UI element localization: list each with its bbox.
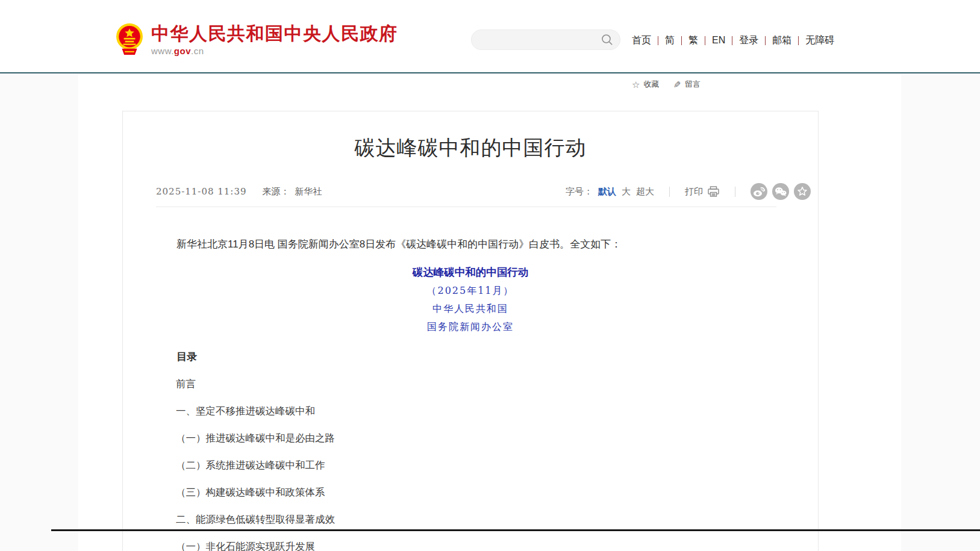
page-left-margin <box>0 74 78 551</box>
site-url: www.gov.cn <box>151 46 398 56</box>
site-title: 中华人民共和国中央人民政府 <box>151 23 398 43</box>
article-body: 新华社北京11月8日电 国务院新闻办公室8日发布《碳达峰碳中和的中国行动》白皮书… <box>123 236 818 551</box>
font-size-label: 字号： <box>566 186 593 198</box>
site-header: 中华人民共和国中央人民政府 www.gov.cn 首页 简 繁 EN 登录 邮箱 <box>0 0 980 73</box>
toc-item: （三）构建碳达峰碳中和政策体系 <box>156 486 785 499</box>
article-title: 碳达峰碳中和的中国行动 <box>156 134 785 162</box>
article-meta-right: 字号： 默认 大 超大 打印 <box>566 183 811 200</box>
document-office-line: 国务院新闻办公室 <box>156 321 785 334</box>
source-label: 来源： <box>262 186 289 197</box>
toc-item: 前言 <box>156 378 785 391</box>
weibo-share-icon[interactable] <box>751 183 767 200</box>
page-right-margin <box>901 74 980 551</box>
star-icon: ☆ <box>632 80 640 89</box>
nav-login[interactable]: 登录 <box>732 34 765 47</box>
search-input[interactable] <box>472 30 620 49</box>
pencil-icon: ✎ <box>673 80 681 89</box>
font-size-xlarge[interactable]: 超大 <box>636 186 654 198</box>
share-icons <box>751 183 811 200</box>
nav-home[interactable]: 首页 <box>625 34 658 47</box>
nav-english[interactable]: EN <box>705 35 732 46</box>
font-size-large[interactable]: 大 <box>622 186 631 198</box>
article-meta-row: 2025-11-08 11:39 来源：新华社 字号： 默认 大 超大 打印 <box>156 183 811 200</box>
site-logo[interactable]: 中华人民共和国中央人民政府 www.gov.cn <box>116 23 398 57</box>
favorite-label: 收藏 <box>643 79 659 90</box>
meta-separator <box>669 187 670 197</box>
toc-item: （二）系统推进碳达峰碳中和工作 <box>156 459 785 472</box>
national-emblem-icon <box>116 23 143 57</box>
article-container: 碳达峰碳中和的中国行动 2025-11-08 11:39 来源：新华社 字号： … <box>122 111 819 551</box>
document-country-line: 中华人民共和国 <box>156 303 785 316</box>
search-icon[interactable] <box>601 34 613 46</box>
print-button[interactable]: 打印 <box>685 186 720 198</box>
nav-mail[interactable]: 邮箱 <box>766 34 798 47</box>
toc-item: （一）非化石能源实现跃升发展 <box>156 540 785 551</box>
toc-item: 一、坚定不移推进碳达峰碳中和 <box>156 405 785 418</box>
nav-accessibility[interactable]: 无障碍 <box>799 34 841 47</box>
star-share-icon[interactable] <box>794 183 811 200</box>
search-box <box>471 30 620 50</box>
nav-traditional[interactable]: 繁 <box>682 34 705 47</box>
toc-item: 二、能源绿色低碳转型取得显著成效 <box>156 513 785 526</box>
meta-divider <box>156 207 776 207</box>
source: 来源：新华社 <box>262 186 322 198</box>
wechat-share-icon[interactable] <box>772 183 789 200</box>
message-label: 留言 <box>685 79 701 90</box>
document-title: 碳达峰碳中和的中国行动 <box>156 265 785 279</box>
brand-text: 中华人民共和国中央人民政府 www.gov.cn <box>151 23 398 56</box>
toc-heading: 目录 <box>156 350 785 364</box>
print-label: 打印 <box>685 186 703 198</box>
top-nav: 首页 简 繁 EN 登录 邮箱 无障碍 <box>625 33 841 48</box>
meta-separator <box>735 187 735 197</box>
favorite-button[interactable]: ☆ 收藏 <box>632 79 659 90</box>
toc-item: （一）推进碳达峰碳中和是必由之路 <box>156 432 785 445</box>
message-button[interactable]: ✎ 留言 <box>673 79 701 90</box>
header-divider <box>0 72 980 73</box>
url-www: www. <box>151 46 174 56</box>
page: 中华人民共和国中央人民政府 www.gov.cn 首页 简 繁 EN 登录 邮箱 <box>0 0 980 551</box>
url-gov: gov <box>174 46 191 56</box>
font-size-default[interactable]: 默认 <box>598 186 616 198</box>
viewport-bottom-edge <box>51 529 980 531</box>
lead-paragraph: 新华社北京11月8日电 国务院新闻办公室8日发布《碳达峰碳中和的中国行动》白皮书… <box>156 236 785 253</box>
printer-icon <box>707 186 720 198</box>
quick-actions: ☆ 收藏 ✎ 留言 <box>632 79 701 90</box>
url-cn: .cn <box>191 46 204 56</box>
nav-simplified[interactable]: 简 <box>658 34 681 47</box>
article-meta-left: 2025-11-08 11:39 来源：新华社 <box>156 186 322 198</box>
document-date-line: （2025年11月） <box>156 285 785 297</box>
publish-date: 2025-11-08 11:39 <box>156 186 246 197</box>
source-value[interactable]: 新华社 <box>295 186 322 197</box>
